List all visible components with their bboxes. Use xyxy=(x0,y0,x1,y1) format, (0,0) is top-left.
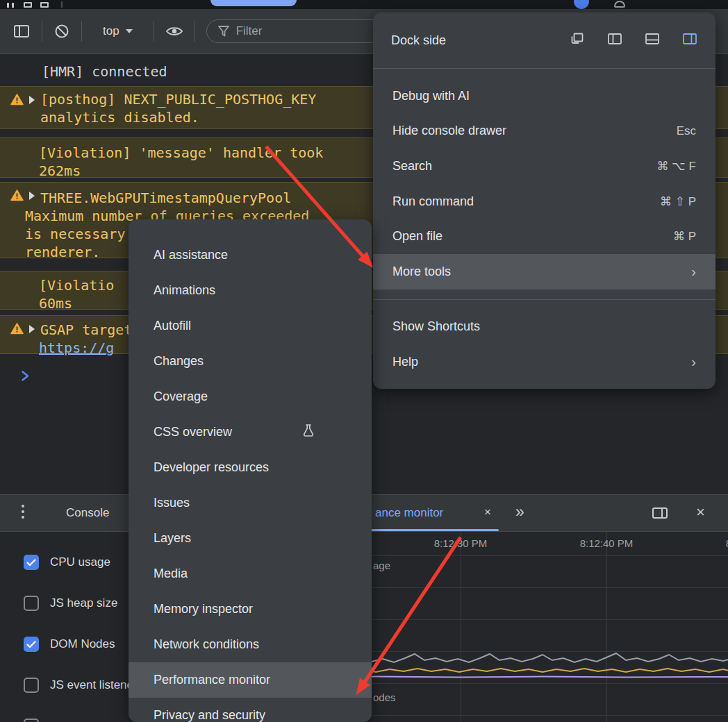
submenu-item-layers[interactable]: Layers xyxy=(129,521,372,556)
menu-item-show-shortcuts[interactable]: Show Shortcuts xyxy=(373,310,715,345)
dock-to-bottom-button[interactable] xyxy=(645,33,660,49)
context-selector[interactable]: top xyxy=(93,24,142,38)
context-selector-value: top xyxy=(103,24,119,38)
console-link[interactable]: https://g xyxy=(39,339,114,356)
kebab-icon xyxy=(22,516,24,519)
submenu-item-issues[interactable]: Issues xyxy=(129,485,372,521)
clear-console-button[interactable] xyxy=(53,23,70,40)
sidebar-icon xyxy=(13,24,31,39)
submenu-item-label: Performance monitor xyxy=(154,673,270,687)
submenu-item-privacy-and-security[interactable]: Privacy and security xyxy=(129,698,372,722)
separator xyxy=(154,21,154,42)
menu-separator xyxy=(373,68,715,69)
submenu-item-changes[interactable]: Changes xyxy=(129,344,372,379)
submenu-item-ai-assistance[interactable]: AI assistance xyxy=(129,237,372,273)
more-tools-submenu: AI assistance Animations Autofill Change… xyxy=(129,219,372,722)
console-prompt[interactable] xyxy=(21,369,30,385)
submenu-item-memory-inspector[interactable]: Memory inspector xyxy=(129,591,372,627)
active-tab-indicator xyxy=(210,0,297,6)
filter-box xyxy=(206,19,383,43)
checkbox-label: JS heap size xyxy=(50,596,117,610)
submenu-item-label: Animations xyxy=(154,283,215,298)
checkbox-label: CPU usage xyxy=(50,555,110,569)
expand-arrow-icon[interactable] xyxy=(29,192,35,200)
expand-arrow-icon[interactable] xyxy=(29,325,35,333)
panel-icon-fragment xyxy=(12,3,14,8)
dock-side-options xyxy=(570,32,697,49)
drawer-menu-button[interactable] xyxy=(22,505,24,521)
menu-item-label: Run command xyxy=(392,194,660,209)
submenu-item-coverage[interactable]: Coverage xyxy=(129,379,372,414)
submenu-item-network-conditions[interactable]: Network conditions xyxy=(129,627,372,662)
submenu-item-label: Coverage xyxy=(154,389,208,404)
tab-performance-monitor[interactable]: ance monitor xyxy=(375,506,443,520)
notification-badge xyxy=(574,0,589,9)
menu-item-run-command[interactable]: Run command ⌘ ⇧ P xyxy=(373,184,715,219)
js-heap-checkbox[interactable] xyxy=(24,596,39,611)
undock-icon xyxy=(570,32,585,46)
menu-item-help[interactable]: Help › xyxy=(373,344,715,380)
separator xyxy=(195,21,195,42)
menu-item-label: Hide console drawer xyxy=(392,124,677,138)
menu-item-label: Debug with AI xyxy=(392,89,696,103)
dock-to-right-button[interactable] xyxy=(682,33,697,49)
tab-console[interactable]: Console xyxy=(66,506,109,520)
panel-icon-fragment xyxy=(24,2,32,8)
dock-to-left-icon xyxy=(607,33,622,45)
submenu-item-animations[interactable]: Animations xyxy=(129,273,372,308)
dock-panel-button[interactable] xyxy=(652,507,668,522)
submenu-item-label: Network conditions xyxy=(154,637,259,652)
separator xyxy=(81,21,82,42)
panel-icon-fragment xyxy=(7,3,9,8)
checkbox-row-dom-nodes: DOM Nodes xyxy=(24,637,115,652)
close-tab-button[interactable]: × xyxy=(484,505,491,519)
submenu-item-media[interactable]: Media xyxy=(129,556,372,591)
menu-item-open-file[interactable]: Open file ⌘ P xyxy=(373,219,715,254)
warning-icon xyxy=(10,92,24,109)
menu-item-label: Open file xyxy=(392,229,673,244)
undock-button[interactable] xyxy=(570,32,585,49)
close-drawer-button[interactable]: × xyxy=(696,503,705,521)
submenu-item-developer-resources[interactable]: Developer resources xyxy=(129,450,372,485)
separator xyxy=(61,1,63,8)
submenu-chevron-icon: › xyxy=(691,264,696,280)
js-listeners-checkbox[interactable] xyxy=(24,678,39,693)
submenu-item-label: AI assistance xyxy=(154,248,228,262)
submenu-item-label: Issues xyxy=(154,496,190,510)
submenu-item-autofill[interactable]: Autofill xyxy=(129,308,372,344)
menu-item-hide-console-drawer[interactable]: Hide console drawer Esc xyxy=(373,114,715,149)
check-icon xyxy=(26,641,36,648)
checkbox-label: DOM Nodes xyxy=(50,637,115,651)
filter-input[interactable] xyxy=(236,24,354,38)
more-tabs-button[interactable]: » xyxy=(515,503,524,521)
submenu-item-label: Autofill xyxy=(154,319,191,333)
panel-icon-fragment xyxy=(40,2,49,8)
cpu-usage-checkbox[interactable] xyxy=(24,555,39,570)
menu-item-dock-side: Dock side xyxy=(373,22,715,58)
menu-shortcut: ⌘ P xyxy=(673,229,696,244)
live-expression-button[interactable] xyxy=(165,24,183,38)
expand-arrow-icon[interactable] xyxy=(29,96,35,104)
chevron-down-icon xyxy=(126,29,133,33)
menu-shortcut: Esc xyxy=(677,124,696,138)
separator xyxy=(42,21,42,42)
submenu-item-performance-monitor[interactable]: Performance monitor xyxy=(129,662,372,698)
partial-checkbox[interactable] xyxy=(24,719,39,722)
submenu-item-label: Developer resources xyxy=(154,460,269,475)
profile-icon-fragment xyxy=(614,1,625,8)
menu-item-debug-with-ai[interactable]: Debug with AI xyxy=(373,78,715,114)
menu-item-search[interactable]: Search ⌘ ⌥ F xyxy=(373,149,715,184)
show-console-sidebar-button[interactable] xyxy=(13,24,31,39)
submenu-item-css-overview[interactable]: CSS overview xyxy=(129,414,372,450)
main-tab-bar xyxy=(0,0,728,9)
dom-nodes-checkbox[interactable] xyxy=(24,637,39,652)
menu-item-more-tools[interactable]: More tools › xyxy=(373,254,715,289)
warning-icon xyxy=(10,188,24,205)
submenu-item-label: CSS overview xyxy=(154,425,232,439)
experiment-flask-icon xyxy=(302,423,315,441)
eye-icon xyxy=(165,24,183,38)
block-icon xyxy=(53,23,70,40)
menu-item-label: More tools xyxy=(392,265,691,279)
dock-to-left-button[interactable] xyxy=(607,33,622,49)
menu-item-label: Search xyxy=(392,159,657,174)
